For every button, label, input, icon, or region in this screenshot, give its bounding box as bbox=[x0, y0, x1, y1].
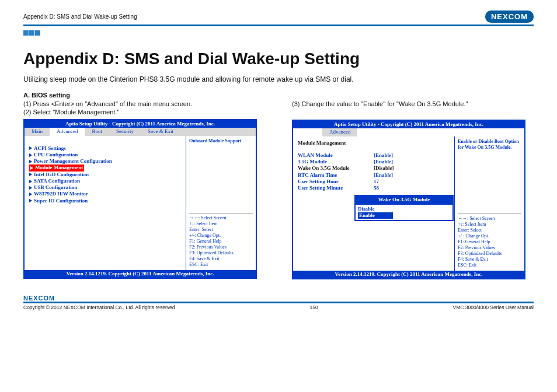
bios-tabs: Main Advanced Boot Security Save & Exit bbox=[25, 128, 256, 135]
tab-main[interactable]: Main bbox=[25, 128, 50, 135]
decorative-squares bbox=[23, 27, 534, 38]
bios-screenshot-right: Aptio Setup Utility - Copyright (C) 2011… bbox=[292, 120, 525, 279]
bios-item-usb[interactable]: USB Configuration bbox=[29, 184, 181, 191]
bios-item-power[interactable]: Power Management Configuration bbox=[29, 158, 181, 164]
bios-side-title: Onboard Module Support bbox=[189, 138, 253, 144]
row-wake-35g[interactable]: Wake On 3.5G Module[Disable] bbox=[298, 165, 450, 172]
page-number: 150 bbox=[309, 304, 318, 310]
bios-tabs: Advanced bbox=[293, 128, 524, 136]
bios-footer: Version 2.14.1219. Copyright (C) 2011 Am… bbox=[293, 271, 524, 278]
popup-option-enable[interactable]: Enable bbox=[358, 212, 393, 219]
tab-save-exit[interactable]: Save & Exit bbox=[141, 128, 180, 135]
step-2: (2) Select "Module Management." bbox=[23, 108, 265, 116]
bios-help-keys: →←: Select Screen ↑↓: Select Item Enter:… bbox=[189, 213, 253, 268]
bios-item-igd[interactable]: Intel IGD Configuration bbox=[29, 172, 181, 178]
row-wlan[interactable]: WLAN Module[Enable] bbox=[298, 152, 450, 159]
bios-item-superio[interactable]: Super IO Configuration bbox=[29, 198, 181, 204]
module-management-heading: Module Management bbox=[298, 140, 450, 146]
row-rtc[interactable]: RTC Alarm Time[Enable] bbox=[298, 172, 450, 178]
breadcrumb: Appendix D: SMS and Dial Wake-up Setting bbox=[23, 13, 137, 20]
bios-item-cpu[interactable]: CPU Configuration bbox=[29, 152, 181, 158]
intro-text: Utilizing sleep mode on the Cinterion PH… bbox=[23, 75, 534, 83]
row-hour[interactable]: User Setting Hour17 bbox=[298, 178, 450, 185]
bios-screenshot-left: Aptio Setup Utility - Copyright (C) 2011… bbox=[23, 119, 257, 279]
footer-logo: NEXCOM bbox=[23, 295, 534, 302]
logo-text: NEXCOM bbox=[485, 10, 534, 23]
page-title: Appendix D: SMS and Dial Wake-up Setting bbox=[23, 50, 534, 68]
header-logo: NEXCOM bbox=[485, 10, 534, 23]
step-1: (1) Press <Enter> on "Advanced" of the m… bbox=[23, 100, 265, 107]
bios-item-sata[interactable]: SATA Configuration bbox=[29, 178, 181, 184]
bios-title: Aptio Setup Utility - Copyright (C) 2011… bbox=[293, 121, 524, 128]
popup-option-disable[interactable]: Disable bbox=[358, 206, 450, 212]
bios-item-acpi[interactable]: ACPI Settings bbox=[29, 145, 181, 152]
tab-security[interactable]: Security bbox=[109, 128, 141, 135]
tab-advanced[interactable]: Advanced bbox=[322, 128, 357, 136]
wake-popup: Wake On 3.5G Module Disable Enable bbox=[354, 195, 454, 222]
popup-title: Wake On 3.5G Module bbox=[356, 196, 452, 205]
tab-advanced[interactable]: Advanced bbox=[50, 128, 85, 135]
bios-item-module-management[interactable]: Module Management bbox=[29, 164, 181, 171]
bios-footer: Version 2.14.1219. Copyright (C) 2011 Am… bbox=[25, 270, 256, 278]
row-minute[interactable]: User Setting Minute58 bbox=[298, 185, 450, 191]
header-rule bbox=[23, 24, 534, 26]
step-3: (3) Change the value to "Enable" for "Wa… bbox=[292, 100, 534, 107]
bios-side-title: Enable or Disable Boot Option for Wake O… bbox=[458, 139, 521, 150]
bios-item-hwmon[interactable]: W83792D H/W Monitor bbox=[29, 191, 181, 197]
section-a-heading: A. BIOS setting bbox=[23, 92, 534, 99]
bios-title: Aptio Setup Utility - Copyright (C) 2011… bbox=[25, 120, 256, 128]
footer-doc-title: VMC 3000/4000 Series User Manual bbox=[453, 304, 534, 310]
footer-copyright: Copyright © 2012 NEXCOM International Co… bbox=[23, 304, 175, 310]
tab-boot[interactable]: Boot bbox=[85, 128, 109, 135]
row-35g[interactable]: 3.5G Module[Enable] bbox=[298, 159, 450, 165]
bios-help-keys: →←: Select Screen ↑↓: Select Item Enter:… bbox=[458, 214, 521, 268]
